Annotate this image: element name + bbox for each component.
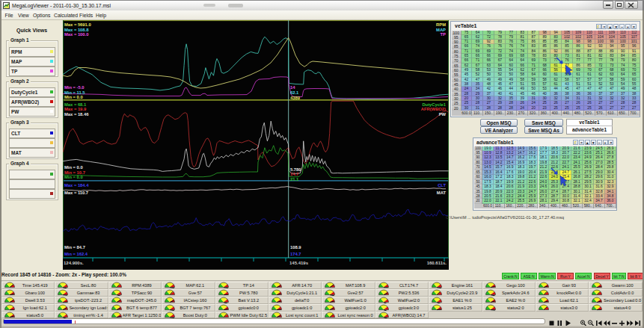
svg-text:PW: PW <box>439 112 447 117</box>
svg-text:MAP: MAP <box>436 28 446 32</box>
svg-text:Max = 110.7: Max = 110.7 <box>64 191 88 195</box>
svg-text:108.9: 108.9 <box>290 245 301 250</box>
svg-text:4389: 4389 <box>290 96 301 100</box>
svg-text:Min = 11.5: Min = 11.5 <box>64 90 85 95</box>
svg-text:Min = 162.4: Min = 162.4 <box>64 252 88 256</box>
svg-text:RPM: RPM <box>436 22 446 27</box>
svg-text:14.7: 14.7 <box>290 172 298 176</box>
svg-text:62.1: 62.1 <box>290 90 299 95</box>
svg-text:Max = 100.0: Max = 100.0 <box>64 32 88 37</box>
svg-text:AFR(WBO2): AFR(WBO2) <box>421 107 446 111</box>
svg-text:Min = 84.7: Min = 84.7 <box>64 245 85 250</box>
svg-text:Max = 5691.0: Max = 5691.0 <box>64 22 91 27</box>
svg-text:Max = 184.4: Max = 184.4 <box>64 183 89 188</box>
svg-text:Min = 0.0: Min = 0.0 <box>64 175 83 179</box>
svg-text:160.611s.: 160.611s. <box>427 261 447 265</box>
svg-text:5.780: 5.780 <box>290 167 301 172</box>
svg-text:124.900s.: 124.900s. <box>64 261 84 265</box>
svg-text:Max = 19.9: Max = 19.9 <box>64 107 87 111</box>
svg-text:Min = 10.7: Min = 10.7 <box>64 170 85 175</box>
svg-text:TP: TP <box>441 32 447 37</box>
svg-text:174.7: 174.7 <box>290 252 301 256</box>
svg-text:21.1: 21.1 <box>290 177 299 182</box>
svg-text:Max = 68.1: Max = 68.1 <box>64 102 87 107</box>
svg-text:14: 14 <box>290 85 295 90</box>
svg-text:DutyCycle1: DutyCycle1 <box>422 102 446 107</box>
svg-text:MAT: MAT <box>437 191 447 195</box>
svg-text:Max = 18.46: Max = 18.46 <box>64 112 89 117</box>
svg-text:145.419s: 145.419s <box>289 261 309 265</box>
svg-text:Min = -5.0: Min = -5.0 <box>64 85 85 90</box>
svg-text:Min = 0.0: Min = 0.0 <box>64 165 83 170</box>
svg-text:CLT: CLT <box>438 183 446 188</box>
svg-text:Min = 0.0: Min = 0.0 <box>64 95 83 99</box>
svg-text:Max = 108.8: Max = 108.8 <box>64 28 89 32</box>
